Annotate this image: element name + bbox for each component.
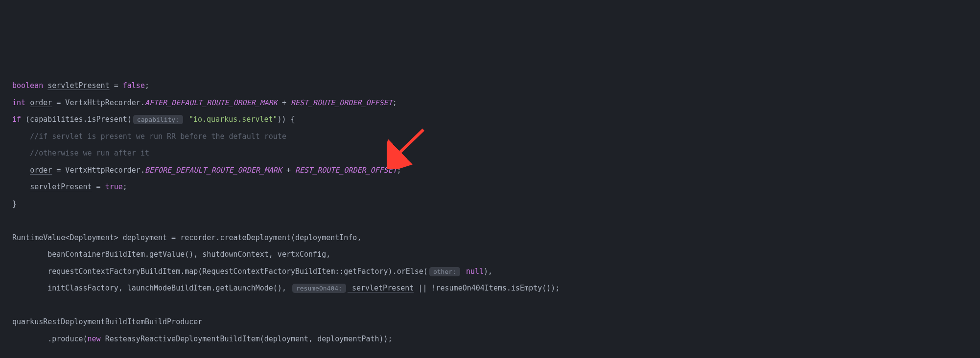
semicolon: ; <box>123 182 127 191</box>
text: requestContextFactoryBuildItem.map(Reque… <box>12 267 428 276</box>
text: = <box>92 182 105 191</box>
text: .produce( <box>12 335 88 343</box>
brace-close: } <box>12 200 17 208</box>
parameter-hint-capability: capability: <box>133 115 183 124</box>
text: = <box>110 81 123 90</box>
comment: //if servlet is present we run RR before… <box>12 132 286 141</box>
code-line-5: //otherwise we run after it <box>12 149 149 157</box>
text: quarkusRestDeploymentBuildItemBuildProdu… <box>12 317 202 326</box>
code-line-3: if (capabilities.isPresent(capability: "… <box>12 115 295 124</box>
text: ), <box>484 267 492 276</box>
code-line-1: boolean servletPresent = false; <box>12 81 149 90</box>
variable-order: order <box>30 166 52 175</box>
code-line-4: //if servlet is present we run RR before… <box>12 132 286 141</box>
semicolon: ; <box>393 98 397 107</box>
text: initClassFactory, launchModeBuildItem.ge… <box>12 284 291 292</box>
variable-order: order <box>30 98 52 107</box>
code-line-10: RuntimeValue<Deployment> deployment = re… <box>12 233 361 242</box>
code-line-8: } <box>12 200 17 208</box>
variable-servletPresent: servletPresent <box>30 182 92 191</box>
operator-plus: + <box>282 166 295 175</box>
parameter-hint-other: other: <box>429 267 460 276</box>
constant: BEFORE_DEFAULT_ROUTE_ORDER_MARK <box>145 166 282 175</box>
text: RuntimeValue<Deployment> deployment = re… <box>12 233 361 242</box>
text: beanContainerBuildItem.getValue(), shutd… <box>12 250 330 259</box>
keyword-boolean: boolean <box>12 81 43 90</box>
semicolon: ; <box>397 166 401 175</box>
code-line-2: int order = VertxHttpRecorder.AFTER_DEFA… <box>12 98 397 107</box>
keyword-null: null <box>462 267 484 276</box>
constant: AFTER_DEFAULT_ROUTE_ORDER_MARK <box>145 98 278 107</box>
parameter-hint-resumeOn404: resumeOn404: <box>292 284 346 293</box>
semicolon: ; <box>145 81 149 90</box>
code-editor[interactable]: boolean servletPresent = false; int orde… <box>12 77 968 347</box>
text: )) { <box>278 115 295 124</box>
variable-servletPresent: servletPresent <box>348 284 414 292</box>
code-line-11: beanContainerBuildItem.getValue(), shutd… <box>12 250 330 259</box>
code-line-6: order = VertxHttpRecorder.BEFORE_DEFAULT… <box>12 166 401 175</box>
keyword-new: new <box>88 335 101 343</box>
keyword-if: if <box>12 115 21 124</box>
boolean-true: true <box>105 182 123 191</box>
comment: //otherwise we run after it <box>12 149 149 157</box>
variable-servletPresent: servletPresent <box>47 81 109 90</box>
text: = VertxHttpRecorder. <box>52 166 145 175</box>
indent <box>12 182 30 191</box>
string-literal: "io.quarkus.servlet" <box>185 115 278 124</box>
constant: REST_ROUTE_ORDER_OFFSET <box>295 166 397 175</box>
code-line-16: .produce(new ResteasyReactiveDeploymentB… <box>12 335 393 343</box>
code-line-13: initClassFactory, launchModeBuildItem.ge… <box>12 284 560 292</box>
indent <box>12 166 30 175</box>
operator-plus: + <box>278 98 291 107</box>
constant: REST_ROUTE_ORDER_OFFSET <box>291 98 393 107</box>
code-line-12: requestContextFactoryBuildItem.map(Reque… <box>12 267 492 276</box>
boolean-false: false <box>123 81 145 90</box>
code-line-15: quarkusRestDeploymentBuildItemBuildProdu… <box>12 317 202 326</box>
text: || !resumeOn404Items.isEmpty()); <box>414 284 560 292</box>
text: (capabilities.isPresent( <box>21 115 132 124</box>
text: ResteasyReactiveDeploymentBuildItem(depl… <box>101 335 393 343</box>
text: = VertxHttpRecorder. <box>52 98 145 107</box>
keyword-int: int <box>12 98 25 107</box>
code-line-7: servletPresent = true; <box>12 182 127 191</box>
